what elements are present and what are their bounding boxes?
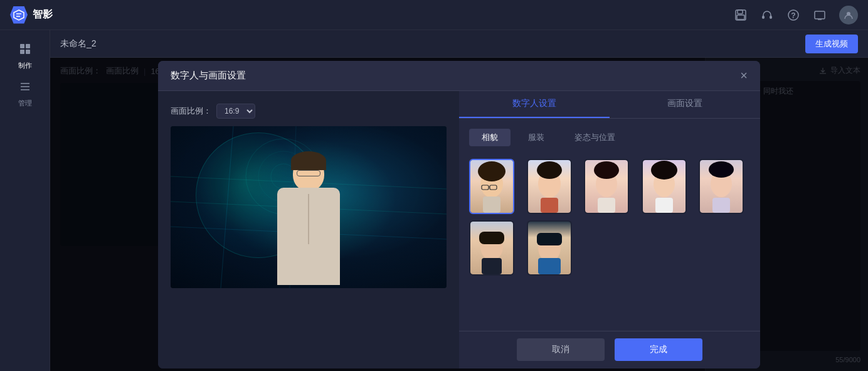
modal-preview: 画面比例： 16:9 9:16 1:1 [158,91,459,368]
avatar-hair [291,151,326,170]
svg-marker-0 [14,10,24,20]
sidebar-item-manage[interactable]: 管理 [5,78,45,110]
svg-rect-39 [541,198,558,213]
avatar-item-3[interactable] [584,159,629,214]
sub-tab-outfit[interactable]: 服装 [516,129,557,146]
modal-close-button[interactable]: × [740,69,748,82]
svg-rect-55 [482,258,502,274]
topbar-icon-group: ? [734,6,858,24]
svg-rect-59 [538,258,561,274]
preview-frame [171,126,447,288]
svg-rect-35 [483,196,500,213]
settings-tabs: 数字人设置 画面设置 [459,91,760,119]
svg-rect-15 [20,50,24,54]
svg-point-42 [594,161,619,179]
svg-text:?: ? [791,11,795,20]
svg-rect-16 [26,50,30,54]
svg-point-31 [478,161,505,181]
aspect-ratio-select[interactable]: 16:9 9:16 1:1 [216,104,255,119]
svg-rect-58 [537,233,562,245]
svg-point-38 [537,161,562,179]
svg-rect-6 [762,16,765,19]
avatar-figure [265,144,352,288]
avatar-face-6 [470,222,513,274]
confirm-button[interactable]: 完成 [615,338,702,361]
modal-aspect-row: 画面比例： 16:9 9:16 1:1 [171,104,447,119]
avatar-suit-line [308,194,309,244]
svg-line-24 [221,126,233,288]
modal-aspect-label: 画面比例： [171,105,211,117]
app-name: 智影 [33,8,53,21]
avatar-item-4[interactable] [642,159,687,214]
sidebar-item-manage-label: 管理 [18,99,32,108]
topbar: 智影 ? [0,0,868,30]
modal-overlay: 数字人与画面设置 × 画面比例： 16:9 9:16 1:1 [50,58,868,371]
main-area: 未命名_2 生成视频 画面比例： 画面比例 | 16:9 [50,30,868,371]
modal-title: 数字人与画面设置 [171,70,246,82]
avatar-item-6[interactable] [469,220,514,276]
avatar-face-7 [528,222,571,274]
project-name: 未命名_2 [60,38,97,50]
sub-tabs: 相貌 服装 姿态与位置 [469,129,750,146]
save-icon[interactable] [734,8,748,22]
modal-footer: 取消 完成 [459,331,760,368]
svg-rect-4 [738,10,743,14]
avatar-item-7[interactable] [527,220,572,276]
sidebar: 制作 管理 [0,30,50,371]
modal-body: 画面比例： 16:9 9:16 1:1 [158,91,760,368]
app-logo: 智影 [10,6,53,24]
headset-icon[interactable] [760,8,774,22]
svg-point-50 [709,161,734,178]
avatar-head [293,156,324,191]
avatar-face-3 [585,160,628,213]
settings-content: 相貌 服装 姿态与位置 [459,119,760,331]
help-icon[interactable]: ? [786,8,800,22]
svg-rect-5 [737,15,744,19]
main-header: 未命名_2 生成视频 [50,30,868,58]
make-icon [19,43,31,58]
avatar-face-1 [470,160,513,213]
svg-rect-54 [479,232,504,244]
manage-icon [19,80,31,96]
sub-tab-pose[interactable]: 姿态与位置 [562,129,628,146]
svg-rect-7 [770,16,772,19]
cancel-button[interactable]: 取消 [517,338,605,361]
user-avatar[interactable] [839,6,858,24]
header-right: 生成视频 [805,35,858,53]
svg-rect-13 [20,44,24,48]
avatar-face-4 [643,160,685,213]
logo-icon [10,6,28,24]
avatar-glasses [297,170,320,176]
avatar-item-5[interactable] [699,159,744,214]
sidebar-item-make[interactable]: 制作 [5,40,45,73]
screen-icon[interactable] [813,8,827,22]
tab-scene[interactable]: 画面设置 [610,91,760,118]
svg-point-46 [651,161,677,180]
svg-rect-47 [655,198,673,213]
digital-human-modal: 数字人与画面设置 × 画面比例： 16:9 9:16 1:1 [158,61,760,368]
svg-rect-14 [26,44,30,48]
avatar-grid [469,154,750,281]
svg-rect-10 [815,11,825,19]
sub-tab-face[interactable]: 相貌 [469,129,511,146]
svg-rect-51 [712,198,730,213]
avatar-item-1[interactable] [469,159,514,214]
modal-header: 数字人与画面设置 × [158,61,760,91]
content-area: 画面比例： 画面比例 | 16:9 导入文本 的播报能力，同时我还 [50,58,868,371]
avatar-item-2[interactable] [527,159,572,214]
avatar-face-5 [700,160,743,213]
generate-video-button[interactable]: 生成视频 [805,35,858,53]
avatar-body [277,188,340,285]
sidebar-item-make-label: 制作 [18,61,32,70]
avatar-face-2 [528,160,571,213]
tab-digital-human[interactable]: 数字人设置 [459,91,610,118]
modal-settings: 数字人设置 画面设置 相貌 服装 姿态与位 [459,91,760,368]
svg-rect-43 [598,198,615,213]
